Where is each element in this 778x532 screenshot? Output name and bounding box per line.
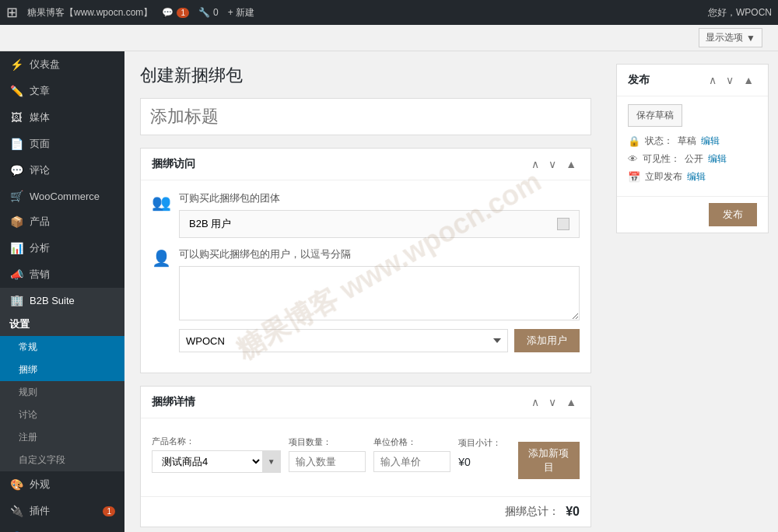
publish-header: 发布 ∧ ∨ ▲ xyxy=(617,65,768,96)
sidebar-item-plugins[interactable]: 🔌 插件 1 xyxy=(0,498,124,524)
sidebar-section-settings: 设置 常规 捆绑 规则 讨论 注册 自定义字段 xyxy=(0,313,124,471)
sidebar-item-analytics[interactable]: 📊 分析 xyxy=(0,235,124,261)
sidebar-item-b2bsuite[interactable]: 🏢 B2B Suite xyxy=(0,288,124,313)
price-input[interactable] xyxy=(373,451,450,472)
bundle-total: 捆绑总计： ¥0 xyxy=(141,496,591,527)
sidebar-item-discussion[interactable]: 讨论 xyxy=(0,404,124,426)
sidebar-item-rules[interactable]: 规则 xyxy=(0,381,124,404)
bundle-details-header: 捆绑详情 ∧ ∨ ▲ xyxy=(141,387,591,418)
eye-icon: 👁 xyxy=(628,153,638,165)
publish-up-btn[interactable]: ∧ xyxy=(706,72,720,88)
admin-bar: ⊞ 糖果博客【www.wpocn.com】 💬 1 🔧 0 + 新建 您好，WP… xyxy=(0,0,778,25)
add-item-button[interactable]: 添加新项目 xyxy=(518,442,580,479)
group-icon: 👥 xyxy=(152,193,171,212)
updates-icon: 🔧 xyxy=(198,7,210,18)
sidebar-item-dashboard[interactable]: ⚡ 仪表盘 xyxy=(0,51,124,78)
comment-icon: 💬 xyxy=(162,7,173,18)
sidebar-item-users[interactable]: 👤 用户 xyxy=(0,524,124,532)
product-select-wrap: 测试商品4 ▼ xyxy=(152,450,281,473)
details-down-btn[interactable]: ∨ xyxy=(545,394,559,410)
sidebar-item-pages[interactable]: 📄 页面 xyxy=(0,131,124,157)
title-input[interactable] xyxy=(140,98,591,135)
b2b-users-checkbox-row: B2B 用户 xyxy=(179,210,580,238)
sidebar-item-bundle[interactable]: 捆绑 xyxy=(0,359,124,381)
publish-date-edit-link[interactable]: 编辑 xyxy=(687,170,706,184)
wp-logo-icon: ⊞ xyxy=(6,4,18,21)
media-icon: 🖼 xyxy=(9,111,23,124)
user-icon: 👤 xyxy=(152,249,171,268)
col-price: 单位价格： xyxy=(373,436,450,472)
product-select[interactable]: 测试商品4 xyxy=(152,450,263,473)
content-with-sidebar: 创建新捆绑包 捆绑访问 ∧ ∨ ▲ 👥 xyxy=(124,51,778,532)
panel-down-btn[interactable]: ∨ xyxy=(545,156,559,172)
bundle-access-title: 捆绑访问 xyxy=(152,157,195,171)
sidebar-settings-header: 设置 xyxy=(0,313,124,336)
details-header-row: 产品名称： 测试商品4 ▼ 项目数量： xyxy=(152,429,580,479)
sidebar-item-custom-fields[interactable]: 自定义字段 xyxy=(0,449,124,471)
add-user-button[interactable]: 添加用户 xyxy=(514,329,580,352)
analytics-icon: 📊 xyxy=(9,242,23,254)
panel-controls: ∧ ∨ ▲ xyxy=(528,156,580,172)
details-up-btn[interactable]: ∧ xyxy=(528,394,542,410)
admin-bar-right: 您好，WPOCN xyxy=(708,6,772,19)
appearance-icon: 🎨 xyxy=(9,478,23,491)
status-edit-link[interactable]: 编辑 xyxy=(701,135,720,148)
main-content: 创建新捆绑包 捆绑访问 ∧ ∨ ▲ 👥 xyxy=(124,51,607,532)
publish-date-row: 📅 立即发布 编辑 xyxy=(628,170,757,184)
site-name[interactable]: 糖果博客【www.wpocn.com】 xyxy=(27,6,152,19)
bundle-details-title: 捆绑详情 xyxy=(152,395,195,409)
sidebar-right: 发布 ∧ ∨ ▲ 保存草稿 🔒 状态： 草稿 编辑 xyxy=(607,51,778,532)
dashboard-icon: ⚡ xyxy=(9,58,23,71)
publish-date-label: 立即发布 xyxy=(645,170,682,184)
status-label: 状态： xyxy=(645,135,673,148)
qty-input[interactable] xyxy=(289,451,366,472)
visibility-label: 可见性： xyxy=(643,152,680,166)
woo-icon: 🛒 xyxy=(9,190,23,202)
comments-item[interactable]: 💬 1 xyxy=(162,7,189,18)
sidebar-item-marketing[interactable]: 📣 营销 xyxy=(0,261,124,288)
sidebar-item-products[interactable]: 📦 产品 xyxy=(0,208,124,235)
lock-icon: 🔒 xyxy=(628,135,640,147)
visibility-edit-link[interactable]: 编辑 xyxy=(708,152,727,166)
updates-item[interactable]: 🔧 0 xyxy=(198,7,219,18)
visibility-value: 公开 xyxy=(685,152,703,166)
panel-expand-btn[interactable]: ▲ xyxy=(562,156,580,172)
calendar-icon: 📅 xyxy=(628,171,640,183)
user-access-textarea[interactable] xyxy=(179,266,580,320)
panel-up-btn[interactable]: ∧ xyxy=(528,156,542,172)
products-icon: 📦 xyxy=(9,215,23,228)
screen-options-bar: 显示选项 ▼ xyxy=(0,25,778,51)
sidebar-item-registration[interactable]: 注册 xyxy=(0,426,124,449)
publish-header-controls: ∧ ∨ ▲ xyxy=(706,72,757,88)
sidebar-item-general[interactable]: 常规 xyxy=(0,336,124,359)
display-options-button[interactable]: 显示选项 ▼ xyxy=(699,28,762,47)
visibility-row: 👁 可见性： 公开 编辑 xyxy=(628,152,757,166)
bundle-details-panel: 捆绑详情 ∧ ∨ ▲ 产品名称： 测试商品4 xyxy=(140,386,591,527)
bundle-total-amount: ¥0 xyxy=(566,505,580,519)
group-access: 👥 可购买此捆绑包的团体 B2B 用户 xyxy=(152,191,580,238)
save-draft-button[interactable]: 保存草稿 xyxy=(628,104,682,127)
publish-expand-btn[interactable]: ▲ xyxy=(740,72,757,88)
details-expand-btn[interactable]: ▲ xyxy=(562,394,580,410)
sidebar-item-media[interactable]: 🖼 媒体 xyxy=(0,104,124,131)
sidebar-item-appearance[interactable]: 🎨 外观 xyxy=(0,471,124,498)
publish-meta: 🔒 状态： 草稿 编辑 👁 可见性： 公开 编辑 📅 xyxy=(628,135,757,184)
product-select-arrow[interactable]: ▼ xyxy=(263,450,281,473)
bundle-details-controls: ∧ ∨ ▲ xyxy=(528,394,580,410)
new-button[interactable]: + 新建 xyxy=(228,6,254,19)
publish-title: 发布 xyxy=(628,73,650,87)
publish-button[interactable]: 发布 xyxy=(709,203,757,226)
publish-footer: 发布 xyxy=(617,196,768,233)
publish-down-btn[interactable]: ∨ xyxy=(723,72,737,88)
sidebar-item-woocommerce[interactable]: 🛒 WooCommerce xyxy=(0,184,124,208)
user-select[interactable]: WPOCN xyxy=(179,329,508,352)
user-add-row: WPOCN 添加用户 xyxy=(179,329,580,352)
b2b-users-checkbox[interactable] xyxy=(557,218,569,230)
user-access-label: 可以购买此捆绑包的用户，以逗号分隔 xyxy=(179,247,580,261)
col-subtotal: 项目小计： ¥0 xyxy=(458,437,510,472)
page-title: 创建新捆绑包 xyxy=(140,64,591,87)
group-access-content: 可购买此捆绑包的团体 B2B 用户 xyxy=(179,191,580,238)
sidebar-item-posts[interactable]: ✏️ 文章 xyxy=(0,78,124,104)
col-action: 添加新项目 xyxy=(518,429,580,479)
sidebar-item-comments[interactable]: 💬 评论 xyxy=(0,157,124,184)
